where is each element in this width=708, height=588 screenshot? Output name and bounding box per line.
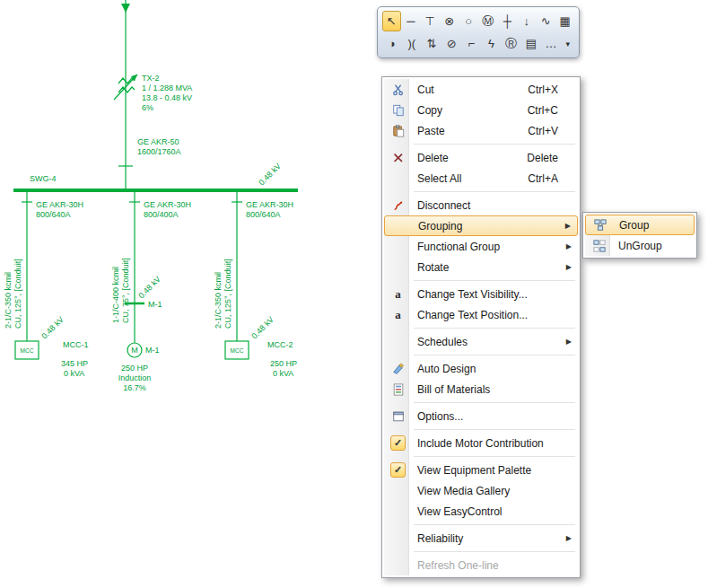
- contact-tool-button[interactable]: )(: [402, 33, 421, 54]
- feeder2-cable-size: 1-1/C-400 kcmil: [111, 267, 120, 323]
- feeder3-kv-label: 0.48 kV: [249, 315, 275, 341]
- text-position-icon: a: [395, 308, 401, 322]
- two-winding-tool-icon: ⇅: [426, 37, 436, 50]
- feeder3-cable-spec: CU, 125°, [Conduit]: [223, 259, 232, 329]
- menu-item-cut[interactable]: Cut Ctrl+X: [384, 79, 578, 100]
- menu-item-delete[interactable]: Delete Delete: [384, 147, 578, 168]
- menu-label: View Media Gallery: [417, 485, 510, 497]
- feeder1-breaker-rating: 800/640A: [36, 210, 71, 219]
- menu-label: Bill of Materials: [417, 383, 490, 396]
- menu-item-copy[interactable]: Copy Ctrl+C: [384, 100, 578, 120]
- transformer-tool-icon: ┼: [503, 14, 511, 28]
- transformer-tool-button[interactable]: ┼: [498, 11, 517, 31]
- load-tool-button[interactable]: ○: [459, 11, 478, 31]
- menu-item-change-text-visibility[interactable]: a Change Text Visibility...: [384, 284, 578, 304]
- feeder1-breaker-name: GE AKR-30H: [36, 200, 83, 209]
- delete-icon: [386, 152, 410, 164]
- one-line-diagram: TX-2 1 / 1.288 MVA 13.8 - 0.48 kV 6% GE …: [0, 0, 377, 588]
- relay-tool-button[interactable]: Ⓡ: [502, 33, 520, 54]
- menu-label: Options...: [417, 410, 463, 423]
- feeder2-kv-label: 0.48 kV: [136, 275, 162, 301]
- feeder2-cable-spec: CU, 75°, [Conduit]: [121, 258, 130, 323]
- menu-item-schedules[interactable]: Schedules ▶: [384, 331, 578, 352]
- fuse-tool-icon: ⊘: [447, 37, 457, 50]
- menu-label: Include Motor Contribution: [417, 437, 544, 450]
- mcc2-box-label: MCC: [231, 347, 244, 354]
- menu-separator: [414, 551, 575, 552]
- submenu-arrow-icon: ▶: [566, 534, 574, 542]
- checked-checkbox-icon: ✓: [390, 435, 406, 451]
- menu-item-disconnect[interactable]: Disconnect: [384, 195, 578, 215]
- menu-label: View EasyControl: [417, 505, 503, 518]
- menu-item-paste[interactable]: Paste Ctrl+V: [384, 120, 578, 141]
- bill-of-materials-icon: [386, 383, 410, 396]
- motor-tool-button[interactable]: Ⓜ: [479, 11, 498, 31]
- feeder-arrow-tool-button[interactable]: ↓: [518, 11, 537, 31]
- menu-item-include-motor-contribution[interactable]: ✓ Include Motor Contribution: [384, 433, 578, 453]
- menu-item-reliability[interactable]: Reliability ▶: [384, 528, 578, 549]
- bus-name-label: SWG-4: [30, 174, 57, 183]
- panel-tool-button[interactable]: ▦: [556, 11, 575, 31]
- fuse-tool-button[interactable]: ⊘: [442, 33, 461, 54]
- menu-label: View Equipment Palette: [417, 464, 531, 477]
- menu-item-grouping[interactable]: Grouping ▶: [384, 215, 578, 236]
- menu-separator: [414, 355, 575, 355]
- bus-tool-button[interactable]: ─: [402, 11, 421, 31]
- menu-separator: [414, 144, 575, 145]
- mcc1-name-label: MCC-1: [63, 340, 89, 349]
- bus-m1-label: M-1: [148, 300, 162, 309]
- context-menu: Cut Ctrl+X Copy Ctrl+C Paste Ctrl+V Dele…: [381, 76, 581, 578]
- select-tool-button[interactable]: ↖: [382, 11, 401, 31]
- menu-label: Paste: [417, 125, 445, 137]
- menu-item-change-text-position[interactable]: a Change Text Position...: [384, 304, 578, 325]
- bus-tool-icon: ─: [406, 14, 415, 28]
- report-tool-button[interactable]: ▤: [521, 33, 540, 54]
- dropdown-arrow-icon: ▾: [566, 39, 571, 48]
- submenu-item-group[interactable]: Group: [585, 215, 695, 235]
- generator-tool-button[interactable]: ⊗: [441, 11, 459, 31]
- cable-tool-icon: ∿: [541, 14, 551, 28]
- mcc1-kva-label: 0 kVA: [64, 369, 84, 378]
- mcc2-name-label: MCC-2: [267, 340, 293, 349]
- surge-tool-button[interactable]: ϟ: [482, 33, 501, 54]
- cable-tool-button[interactable]: ∿: [537, 11, 555, 31]
- menu-separator: [414, 191, 575, 192]
- submenu-item-ungroup[interactable]: UnGroup: [585, 235, 695, 256]
- menu-label: Select All: [417, 172, 461, 185]
- meter-tool-button[interactable]: ◑: [382, 33, 401, 54]
- toolbar-options-button[interactable]: ▾: [562, 33, 574, 54]
- text-visibility-icon: a: [395, 287, 401, 302]
- grouping-submenu: Group UnGroup: [582, 212, 697, 259]
- menu-item-bill-of-materials[interactable]: Bill of Materials: [384, 379, 578, 399]
- menu-item-select-all[interactable]: Select All Ctrl+A: [384, 168, 578, 189]
- menu-shortcut: Ctrl+A: [528, 172, 574, 185]
- menu-item-view-equipment-palette[interactable]: ✓ View Equipment Palette: [384, 460, 578, 480]
- switch-tool-button[interactable]: ⌐: [462, 33, 481, 54]
- menu-item-functional-group[interactable]: Functional Group ▶: [384, 236, 578, 257]
- menu-item-rotate[interactable]: Rotate ▶: [384, 257, 578, 277]
- utility-tool-button[interactable]: ⊤: [421, 11, 440, 31]
- menu-separator: [414, 402, 575, 403]
- group-icon: [588, 219, 612, 232]
- surge-tool-icon: ϟ: [488, 37, 494, 50]
- menu-label: Copy: [417, 104, 442, 117]
- menu-item-view-easycontrol[interactable]: View EasyControl: [384, 501, 578, 522]
- equipment-palette-toolbar: ↖ ─ ⊤ ⊗ ○ Ⓜ ┼ ↓ ∿ ▦ ◑ )( ⇅ ⊘ ⌐ ϟ Ⓡ ▤ … ▾: [377, 6, 580, 58]
- ungroup-icon: [587, 240, 611, 252]
- relay-tool-icon: Ⓡ: [505, 36, 517, 52]
- menu-item-options[interactable]: Options...: [384, 406, 578, 426]
- generator-tool-icon: ⊗: [444, 14, 454, 28]
- menu-shortcut: Delete: [527, 152, 574, 164]
- tx2-mva-label: 1 / 1.288 MVA: [142, 83, 192, 92]
- menu-separator: [414, 280, 575, 281]
- tx2-z-label: 6%: [142, 103, 153, 112]
- menu-item-auto-design[interactable]: Auto Design: [384, 358, 578, 379]
- toolbar-row-1: ↖ ─ ⊤ ⊗ ○ Ⓜ ┼ ↓ ∿ ▦: [382, 11, 574, 31]
- menu-separator: [414, 524, 575, 525]
- more-tools-button[interactable]: …: [541, 33, 560, 54]
- menu-separator: [414, 328, 575, 329]
- menu-item-view-media-gallery[interactable]: View Media Gallery: [384, 480, 578, 501]
- meter-tool-icon: ◑: [389, 37, 396, 50]
- two-winding-tool-button[interactable]: ⇅: [422, 33, 441, 54]
- menu-shortcut: Ctrl+V: [528, 125, 574, 137]
